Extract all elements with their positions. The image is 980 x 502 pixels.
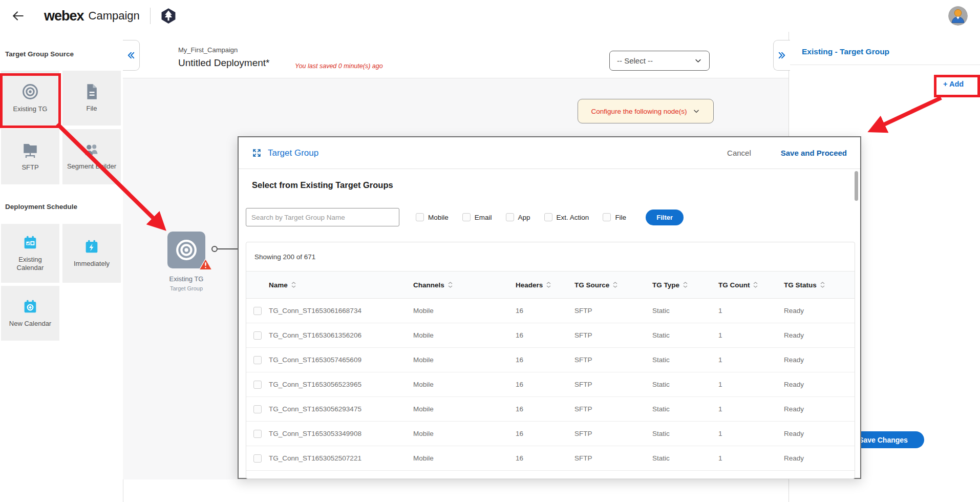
- row-checkbox[interactable]: [253, 381, 262, 389]
- calendar-bolt-icon: [83, 239, 100, 255]
- filter-label: Ext. Action: [557, 214, 589, 221]
- cell-headers: 16: [516, 331, 574, 339]
- collapse-right-panel-button[interactable]: [773, 40, 790, 71]
- sidebar-tile-existing-calendar[interactable]: Existing Calendar: [1, 224, 59, 283]
- tile-label: New Calendar: [5, 320, 55, 328]
- cell-tg-type: Static: [652, 454, 718, 462]
- modal-header: Target Group Cancel Save and Proceed: [239, 137, 860, 169]
- campaign-app-icon[interactable]: [160, 7, 177, 25]
- table-row[interactable]: TG_Conn_ST1653056523965 Mobile 16 SFTP S…: [246, 372, 855, 397]
- right-panel-divider: [789, 65, 980, 65]
- column-header-tg-type[interactable]: TG Type: [652, 281, 718, 289]
- cell-tg-source: SFTP: [574, 356, 652, 364]
- cell-tg-count: 1: [718, 331, 784, 339]
- deployment-select-dropdown[interactable]: -- Select --: [609, 51, 710, 71]
- cell-tg-source: SFTP: [574, 454, 652, 462]
- column-header-channels[interactable]: Channels: [413, 281, 516, 289]
- column-header-tg-source[interactable]: TG Source: [574, 281, 652, 289]
- row-checkbox[interactable]: [253, 430, 262, 438]
- cell-channels: Mobile: [413, 405, 516, 413]
- search-input[interactable]: [246, 208, 399, 226]
- column-header-tg-status[interactable]: TG Status: [784, 281, 855, 289]
- checkbox[interactable]: [462, 213, 471, 221]
- sort-icon: [683, 282, 688, 288]
- cell-name: TG_Conn_ST1653057465609: [269, 356, 413, 364]
- column-header-name[interactable]: Name: [269, 281, 413, 289]
- row-checkbox[interactable]: [253, 454, 262, 463]
- cell-tg-type: Static: [652, 331, 718, 339]
- sort-icon: [820, 282, 825, 288]
- cell-headers: 16: [516, 307, 574, 315]
- save-and-proceed-button[interactable]: Save and Proceed: [781, 149, 847, 157]
- user-avatar[interactable]: [948, 6, 968, 26]
- cell-name: TG_Conn_ST1653061668734: [269, 307, 413, 315]
- configure-nodes-label: Configure the following node(s): [591, 108, 687, 115]
- sidebar-tile-sftp[interactable]: SFTP: [1, 129, 59, 184]
- column-header-headers[interactable]: Headers: [516, 281, 574, 289]
- modal-section-title: Select from Existing Target Groups: [252, 180, 393, 190]
- breadcrumb-campaign-name: My_First_Campaign: [178, 46, 238, 54]
- table-row[interactable]: TG_Conn_ST1653061356206 Mobile 16 SFTP S…: [246, 323, 855, 348]
- cell-tg-source: SFTP: [574, 405, 652, 413]
- tile-label: SFTP: [17, 163, 42, 172]
- filter-email[interactable]: Email: [462, 213, 492, 221]
- modal-title: Target Group: [268, 148, 318, 158]
- table-row[interactable]: TG_Conn_ST1653057465609 Mobile 16 SFTP S…: [246, 348, 855, 372]
- row-checkbox[interactable]: [253, 331, 262, 340]
- cell-headers: 16: [516, 356, 574, 364]
- configure-nodes-button[interactable]: Configure the following node(s): [578, 99, 714, 123]
- filter-ext-action[interactable]: Ext. Action: [544, 213, 589, 221]
- table-row[interactable]: TG_Conn_ST1653061668734 Mobile 16 SFTP S…: [246, 299, 855, 323]
- webex-logo: webex: [44, 8, 84, 24]
- collapse-left-panel-button[interactable]: [123, 40, 140, 71]
- cancel-button[interactable]: Cancel: [727, 149, 751, 157]
- chevron-down-icon: [693, 108, 700, 115]
- cell-tg-source: SFTP: [574, 307, 652, 315]
- row-checkbox[interactable]: [253, 356, 262, 364]
- cell-channels: Mobile: [413, 454, 516, 462]
- node-warning-icon: [199, 258, 212, 273]
- filter-label: Email: [475, 214, 492, 221]
- filter-mobile[interactable]: Mobile: [416, 213, 449, 221]
- sidebar-tile-segment-builder[interactable]: Segment Builder: [62, 129, 121, 184]
- table-row[interactable]: TG_Conn_ST1653056293475 Mobile 16 SFTP S…: [246, 397, 855, 422]
- sidebar-tile-file[interactable]: File: [62, 71, 121, 126]
- node-connector-port[interactable]: [211, 246, 218, 252]
- cell-tg-source: SFTP: [574, 430, 652, 437]
- sidebar-tile-immediately[interactable]: Immediately: [62, 224, 121, 283]
- filter-file[interactable]: File: [603, 213, 626, 221]
- filter-app[interactable]: App: [506, 213, 530, 221]
- add-target-group-button[interactable]: + Add: [943, 80, 964, 88]
- file-icon: [84, 83, 99, 100]
- section-title-deployment-schedule: Deployment Schedule: [5, 203, 77, 211]
- sidebar-tile-existing-tg[interactable]: Existing TG: [1, 71, 59, 126]
- checkbox[interactable]: [544, 213, 552, 221]
- column-header-tg-count[interactable]: TG Count: [718, 281, 784, 289]
- row-checkbox[interactable]: [253, 405, 262, 413]
- channel-filter-group: Mobile Email App Ext. Action File: [416, 213, 626, 221]
- cell-tg-source: SFTP: [574, 331, 652, 339]
- modal-scrollbar-thumb[interactable]: [855, 171, 858, 201]
- checkbox[interactable]: [603, 213, 611, 221]
- back-button[interactable]: [11, 9, 25, 23]
- node-connector-line: [218, 248, 239, 249]
- sidebar-tile-new-calendar[interactable]: New Calendar: [1, 286, 59, 341]
- header-divider: [150, 8, 151, 24]
- target-group-table: Showing 200 of 671 Name Channels Headers…: [246, 242, 855, 479]
- deployment-title[interactable]: Untitled Deployment*: [178, 57, 269, 69]
- back-arrow-icon: [11, 9, 25, 23]
- checkbox[interactable]: [416, 213, 424, 221]
- cell-tg-type: Static: [652, 405, 718, 413]
- expand-icon[interactable]: [252, 148, 262, 158]
- row-checkbox[interactable]: [253, 307, 262, 315]
- filter-button[interactable]: Filter: [646, 210, 684, 225]
- sort-icon: [291, 282, 296, 288]
- bullseye-icon: [175, 238, 198, 262]
- table-row[interactable]: TG_Conn_ST1653052507221 Mobile 16 SFTP S…: [246, 446, 855, 471]
- table-header-row: Name Channels Headers TG Source TG Type …: [246, 271, 855, 299]
- table-row[interactable]: TG_Conn_ST1653053349908 Mobile 16 SFTP S…: [246, 422, 855, 446]
- cell-channels: Mobile: [413, 331, 516, 339]
- checkbox[interactable]: [506, 213, 514, 221]
- tile-label: File: [82, 104, 101, 113]
- node-label: Existing TG: [151, 275, 222, 283]
